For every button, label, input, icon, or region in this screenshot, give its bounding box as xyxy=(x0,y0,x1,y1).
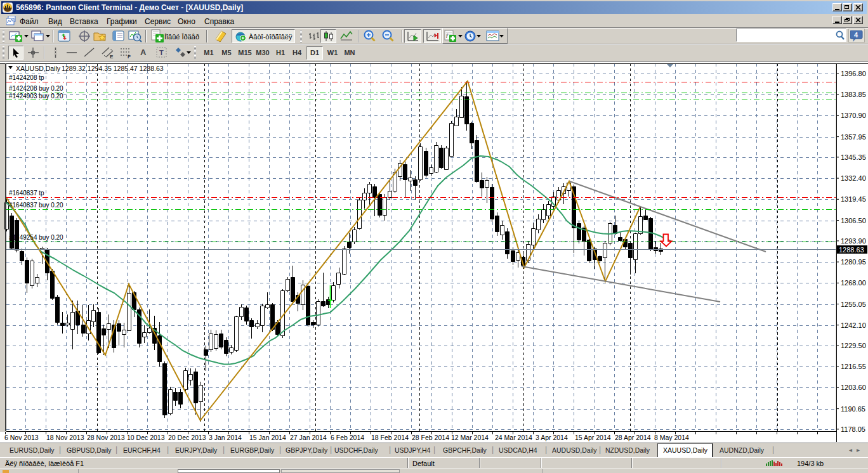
svg-text:1319.45: 1319.45 xyxy=(841,195,866,203)
svg-text:1357.95: 1357.95 xyxy=(841,133,866,141)
svg-text:1289.32 1294.35 1285.47 1288.6: 1289.32 1294.35 1285.47 1288.63 xyxy=(62,65,164,72)
svg-text:#1640837 tp: #1640837 tp xyxy=(9,190,44,197)
svg-text:18 Nov 2013: 18 Nov 2013 xyxy=(46,434,84,441)
svg-text:XAUUSD,Daily: XAUUSD,Daily xyxy=(16,65,61,72)
svg-text:12 Mar 2014: 12 Mar 2014 xyxy=(451,434,489,441)
svg-text:6 Nov 2013: 6 Nov 2013 xyxy=(4,434,39,441)
svg-text:1280.95: 1280.95 xyxy=(841,258,866,266)
svg-text:3 Apr 2014: 3 Apr 2014 xyxy=(536,434,568,441)
svg-text:1288.63: 1288.63 xyxy=(839,246,864,254)
svg-text:#1424903 buy 0.20: #1424903 buy 0.20 xyxy=(9,93,63,100)
svg-text:1255.05: 1255.05 xyxy=(841,301,866,308)
svg-text:1383.85: 1383.85 xyxy=(841,91,866,98)
svg-text:#1424208 tp: #1424208 tp xyxy=(9,74,44,81)
svg-text:4: 4 xyxy=(854,31,858,39)
svg-text:1345.35: 1345.35 xyxy=(841,153,866,161)
svg-text:6 Feb 2014: 6 Feb 2014 xyxy=(331,434,364,441)
svg-text:1178.05: 1178.05 xyxy=(841,425,865,433)
svg-text:E: E xyxy=(110,54,114,59)
svg-text:15 Apr 2014: 15 Apr 2014 xyxy=(575,434,611,441)
svg-text:10 Dec 2013: 10 Dec 2013 xyxy=(127,434,165,441)
svg-text:#1640837 buy 0.20: #1640837 buy 0.20 xyxy=(9,202,63,209)
svg-text:T: T xyxy=(159,49,164,56)
svg-text:28 Feb 2014: 28 Feb 2014 xyxy=(412,434,449,441)
svg-text:1306.50: 1306.50 xyxy=(841,217,866,224)
svg-text:1332.40: 1332.40 xyxy=(841,174,866,182)
svg-text:1293.90: 1293.90 xyxy=(841,237,866,245)
svg-text:28 Apr 2014: 28 Apr 2014 xyxy=(615,434,651,441)
svg-text:15 Jan 2014: 15 Jan 2014 xyxy=(249,434,286,441)
svg-text:1190.65: 1190.65 xyxy=(841,405,865,413)
svg-text:F: F xyxy=(128,54,131,59)
svg-text:8 May 2014: 8 May 2014 xyxy=(654,434,689,441)
svg-text:#1749254 buy 0.20: #1749254 buy 0.20 xyxy=(9,234,63,241)
svg-text:1203.60: 1203.60 xyxy=(841,384,866,391)
svg-text:28 Nov 2013: 28 Nov 2013 xyxy=(87,434,125,441)
svg-text:27 Jan 2014: 27 Jan 2014 xyxy=(290,434,327,441)
svg-text:18 Feb 2014: 18 Feb 2014 xyxy=(371,434,409,441)
svg-text:24 Mar 2014: 24 Mar 2014 xyxy=(495,434,532,441)
svg-text:1216.55: 1216.55 xyxy=(841,363,866,370)
svg-text:3 Jan 2014: 3 Jan 2014 xyxy=(209,434,242,441)
svg-text:1268.00: 1268.00 xyxy=(841,279,866,287)
svg-text:1396.80: 1396.80 xyxy=(841,70,866,77)
svg-text:1242.10: 1242.10 xyxy=(841,321,866,329)
svg-text:1229.50: 1229.50 xyxy=(841,342,866,349)
svg-text:#1424208 buy 0.20: #1424208 buy 0.20 xyxy=(9,85,63,92)
svg-text:20 Dec 2013: 20 Dec 2013 xyxy=(168,434,206,441)
svg-text:1370.90: 1370.90 xyxy=(841,112,866,119)
